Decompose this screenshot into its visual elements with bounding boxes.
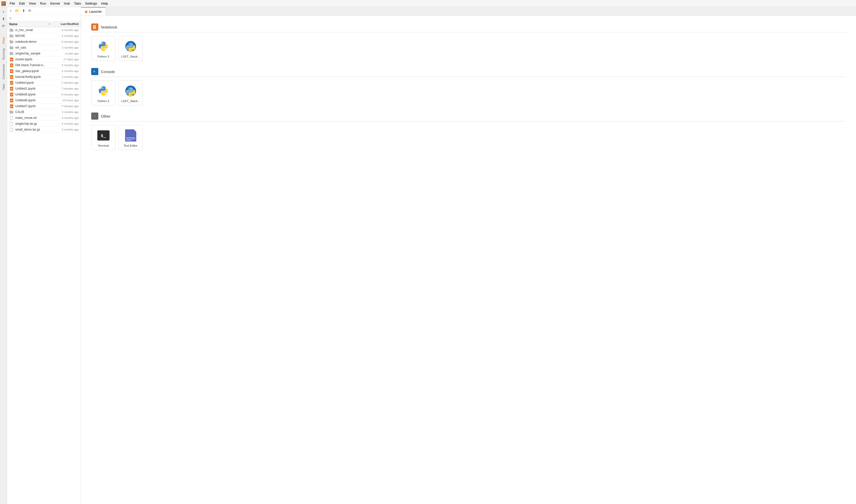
file-row[interactable]: make_movie.sh4 months ago	[7, 115, 81, 121]
file-name: Untitled1.ipynb	[15, 87, 51, 90]
file-modified: 8 months ago	[51, 29, 79, 32]
file-name: tutorial-firefly.ipynb	[15, 75, 51, 79]
tab-launcher[interactable]: ▣ Launcher	[81, 7, 106, 16]
menu-help[interactable]: Help	[99, 1, 110, 6]
card-python3-notebook[interactable]: Python 3	[91, 36, 116, 61]
upload-button[interactable]: ⬆	[0, 15, 7, 22]
file-row[interactable]: nbUntitled7.ipynb7 minutes ago	[7, 103, 81, 109]
file-row[interactable]: nbstar_galaxy.ipynb4 months ago	[7, 68, 81, 74]
menubar: File Edit View Run Kernel Hub Tabs Setti…	[0, 0, 856, 7]
terminal-card-icon: $_	[97, 129, 110, 142]
file-toolbar: + 📁 ⬆ ⟳	[7, 7, 81, 15]
file-row[interactable]: MOVIE4 months ago	[7, 33, 81, 39]
tabs-bar: ▣ Launcher	[81, 7, 856, 16]
menu-tabs[interactable]: Tabs	[72, 1, 83, 6]
new-folder-button[interactable]: 📁	[14, 8, 20, 13]
file-row[interactable]: nbUntitled.ipynb7 minutes ago	[7, 80, 81, 86]
menu-edit[interactable]: Edit	[17, 1, 27, 6]
menu-kernel[interactable]: Kernel	[48, 1, 62, 6]
upload-file-button[interactable]: ⬆	[21, 8, 26, 13]
file-modified: 7 minutes ago	[51, 87, 79, 90]
te-line-1	[126, 138, 135, 138]
terminal-label: Terminal	[98, 144, 109, 147]
file-icon	[9, 122, 14, 126]
file-icon: nb	[9, 57, 14, 61]
refresh-button[interactable]: ⟳	[0, 22, 7, 30]
file-icon	[9, 28, 14, 32]
file-name: Untitled6.ipynb	[15, 98, 51, 102]
python3-notebook-icon	[97, 40, 110, 53]
svg-rect-3	[94, 28, 95, 28]
console-section-header: >_ Console	[91, 68, 846, 77]
menu-settings[interactable]: Settings	[83, 1, 99, 6]
file-name: singlechip_sample	[15, 52, 51, 55]
file-row[interactable]: singlechip_samplea year ago	[7, 51, 81, 56]
file-name: star_galaxy.ipynb	[15, 69, 51, 73]
file-modified: 5 months ago	[51, 64, 79, 67]
home-breadcrumb[interactable]: ⌂	[7, 15, 81, 21]
menu-file[interactable]: File	[7, 1, 17, 6]
file-row[interactable]: small_demo.tar.gz3 months ago	[7, 127, 81, 132]
file-modified: 7 minutes ago	[51, 105, 79, 108]
file-row[interactable]: nbcluster.ipynb17 days ago	[7, 56, 81, 62]
file-name: Untitled5.ipynb	[15, 93, 51, 96]
file-modified: 9 minutes ago	[51, 93, 79, 96]
column-name-header[interactable]: Name	[9, 22, 48, 26]
sidebar-label-tabs[interactable]: Tabs	[2, 83, 5, 91]
python3-notebook-label: Python 3	[98, 55, 109, 58]
file-icon: nb	[9, 69, 14, 73]
file-icon	[9, 40, 14, 44]
file-row[interactable]: notebook-demo2 minutes ago	[7, 39, 81, 45]
card-python3-console[interactable]: Python 3	[91, 80, 116, 105]
sidebar-label-commands[interactable]: Commands	[2, 63, 5, 80]
file-row[interactable]: nbUntitled5.ipynb9 minutes ago	[7, 92, 81, 97]
card-terminal[interactable]: $_ Terminal	[91, 125, 116, 150]
file-row[interactable]: nbUntitled1.ipynb7 minutes ago	[7, 86, 81, 92]
new-file-button[interactable]: +	[0, 8, 7, 15]
file-name: CALIB	[15, 110, 51, 114]
sidebar: + ⬆ ⟳ Files Running Commands Tabs	[0, 7, 7, 504]
file-row[interactable]: ref_cats3 months ago	[7, 45, 81, 51]
file-row[interactable]: nbUntitled6.ipynb19 hours ago	[7, 97, 81, 103]
card-lsst-notebook[interactable]: LSST_Stack...	[119, 36, 143, 61]
sidebar-label-files[interactable]: Files	[2, 36, 5, 45]
svg-rect-2	[94, 27, 95, 27]
tab-launcher-label: Launcher	[89, 10, 102, 14]
file-row[interactable]: ci_hsc_small8 months ago	[7, 27, 81, 33]
card-text-editor[interactable]: Text Editor	[119, 125, 143, 150]
sort-indicator: ▲	[48, 22, 51, 26]
menu-run[interactable]: Run	[38, 1, 48, 6]
file-row[interactable]: singlechip.tar.gz4 months ago	[7, 121, 81, 127]
menu-view[interactable]: View	[27, 1, 38, 6]
card-lsst-console[interactable]: LSST_Stack...	[119, 80, 143, 105]
text-editor-label: Text Editor	[124, 144, 137, 147]
lsst-console-label: LSST_Stack...	[121, 100, 140, 103]
file-icon: nb	[9, 63, 14, 67]
file-icon: nb	[9, 104, 14, 108]
file-modified: a year ago	[51, 52, 79, 55]
file-modified: 19 hours ago	[51, 99, 79, 102]
file-modified: 3 months ago	[51, 46, 79, 49]
sidebar-label-running[interactable]: Running	[2, 47, 5, 60]
menu-hub[interactable]: Hub	[62, 1, 72, 6]
file-name: notebook-demo	[15, 40, 51, 43]
app-body: + ⬆ ⟳ Files Running Commands Tabs + 📁 ⬆ …	[0, 7, 856, 504]
file-row[interactable]: nbtutorial-firefly.ipynb3 months ago	[7, 74, 81, 80]
lsst-console-icon	[124, 84, 137, 97]
te-line-3	[126, 140, 132, 141]
file-row[interactable]: nbDM-Stack-Tutorial-U...5 months ago	[7, 62, 81, 68]
notebook-section: Notebook Python 3	[91, 23, 846, 61]
file-icon: nb	[9, 98, 14, 102]
file-row[interactable]: CALIB3 months ago	[7, 109, 81, 115]
file-list: ci_hsc_small8 months agoMOVIE4 months ag…	[7, 27, 81, 504]
home-icon[interactable]: ⌂	[9, 16, 12, 20]
new-launcher-button[interactable]: +	[8, 8, 13, 13]
lsst-notebook-label: LSST_Stack...	[121, 55, 140, 58]
file-name: Untitled.ipynb	[15, 81, 51, 85]
file-name: DM-Stack-Tutorial-U...	[15, 64, 51, 67]
file-icon: nb	[9, 75, 14, 79]
app-logo	[1, 1, 6, 6]
file-modified: 4 months ago	[51, 122, 79, 125]
file-name: small_demo.tar.gz	[15, 128, 51, 131]
refresh-files-button[interactable]: ⟳	[27, 8, 32, 13]
